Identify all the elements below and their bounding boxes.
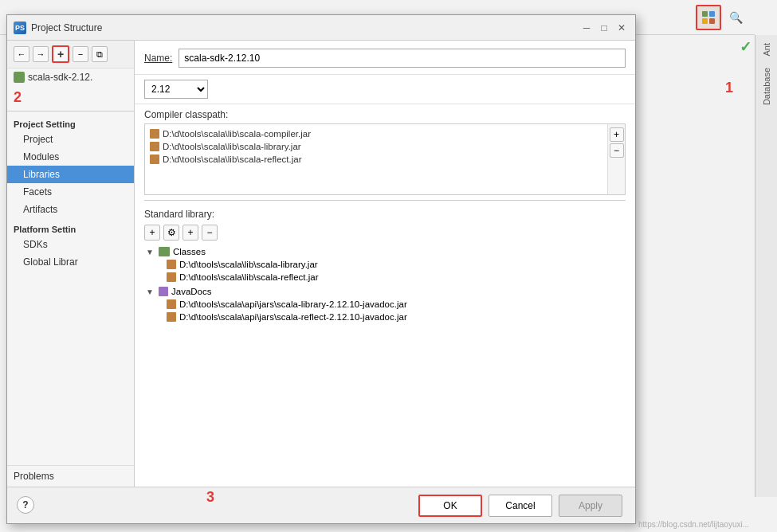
tree-toggle-javadocs[interactable]: ▼ [144,288,155,296]
classes-item-0-text: D:\d\tools\scala\lib\scala-library.jar [179,260,318,269]
maximize-button[interactable]: □ [597,21,611,35]
content-area: Name: 2.12 2.11 2.13 Compiler classpath:… [135,41,635,487]
search-toolbar-btn[interactable]: 🔍 [724,6,747,29]
jar-icon-cls-0 [167,260,176,269]
project-setting-section: Project Setting [7,113,134,131]
content-divider [144,200,626,201]
tree-area: ▼ Classes D:\d\tools\scala\lib\scala-lib… [135,242,635,487]
remove-sdk-button[interactable]: − [73,46,88,62]
sdk-item-name: scala-sdk-2.12. [28,72,92,83]
version-row: 2.12 2.11 2.13 [135,75,635,104]
dialog-title-text: Project Structure [31,22,102,33]
std-lib-label: Standard library: [135,205,635,223]
tree-toggle-classes[interactable]: ▼ [144,248,155,256]
jar-icon-jd-0 [167,299,176,309]
add-sdk-button[interactable]: + [52,45,69,63]
tree-classes-node[interactable]: ▼ Classes [144,245,626,258]
svg-rect-2 [702,18,708,24]
sidebar-top-toolbar: ← → + − ⧉ [7,41,134,68]
tree-javadoc-item-0[interactable]: D:\d\tools\scala\api\jars\scala-library-… [144,298,626,311]
classpath-text-2: D:\d\tools\scala\lib\scala-reflect.jar [163,155,301,164]
project-structure-dialog: PS Project Structure ─ □ ✕ ← → + − ⧉ sca… [6,14,636,524]
nav-forward-button[interactable]: → [33,46,49,62]
dialog-controls: ─ □ ✕ [579,21,629,35]
tree-javadoc-item-1[interactable]: D:\d\tools\scala\api\jars\scala-reflect-… [144,311,626,323]
classpath-text-1: D:\d\tools\scala\lib\scala-library.jar [163,142,301,151]
sidebar-problems[interactable]: Problems [7,465,134,487]
jar-icon-1 [150,142,159,151]
std-add2-button[interactable]: + [182,225,198,241]
name-label: Name: [144,53,172,64]
std-remove-button[interactable]: − [202,225,218,241]
sidebar-divider [7,111,134,111]
platform-setting-section: Platform Settin [7,218,134,236]
sidebar-item-global-libs[interactable]: Global Librar [7,253,134,271]
svg-rect-0 [702,11,708,17]
javadoc-item-0-text: D:\d\tools\scala\api\jars\scala-library-… [179,299,407,309]
sidebar-item-modules[interactable]: Modules [7,148,134,166]
dialog-footer: ? 3 OK Cancel Apply [7,487,635,523]
annotation-2-label: 2 [7,86,134,109]
tree-javadocs-node[interactable]: ▼ JavaDocs [144,285,626,298]
nav-back-button[interactable]: ← [14,46,29,62]
sidebar-item-facets[interactable]: Facets [7,183,134,201]
classes-item-1-text: D:\d\tools\scala\lib\scala-reflect.jar [179,272,318,282]
database-tab[interactable]: Database [759,63,775,110]
std-config-button[interactable]: ⚙ [163,225,179,241]
dialog-title-icon: PS [14,22,26,34]
version-select[interactable]: 2.12 2.11 2.13 [144,80,208,99]
name-row: Name: [135,41,635,75]
sdk-list-item[interactable]: scala-sdk-2.12. [7,68,134,86]
dialog-title-left: PS Project Structure [14,22,102,34]
javadoc-item-1-text: D:\d\tools\scala\api\jars\scala-reflect-… [179,312,407,322]
cancel-button[interactable]: Cancel [489,495,552,517]
sidebar-item-libraries[interactable]: Libraries [7,166,134,183]
copy-sdk-button[interactable]: ⧉ [92,46,108,62]
watermark: https://blog.csdn.net/lijtaoyuxi... [638,520,749,529]
svg-rect-1 [709,11,715,17]
jar-icon-0 [150,129,159,139]
project-structure-button[interactable] [696,5,721,30]
annotation-1-label: 1 [725,80,733,96]
classpath-item-0[interactable]: D:\d\tools\scala\lib\scala-compiler.jar [145,127,607,140]
jar-icon-2 [150,155,159,164]
classes-folder-icon [159,247,170,256]
sidebar-item-artifacts[interactable]: Artifacts [7,201,134,218]
classpath-sidebar-buttons: + − [607,124,625,194]
help-button[interactable]: ? [17,496,34,514]
classpath-item-2[interactable]: D:\d\tools\scala\lib\scala-reflect.jar [145,153,607,166]
tree-classes-item-0[interactable]: D:\d\tools\scala\lib\scala-library.jar [144,258,626,271]
jar-icon-cls-1 [167,272,176,282]
minimize-button[interactable]: ─ [579,21,594,35]
std-lib-toolbar: + ⚙ + − [135,223,635,242]
classpath-list: D:\d\tools\scala\lib\scala-compiler.jar … [145,124,607,194]
checkmark-icon: ✓ [740,38,751,56]
sidebar-item-project[interactable]: Project [7,131,134,148]
classpath-text-0: D:\d\tools\scala\lib\scala-compiler.jar [163,129,311,139]
ant-tab[interactable]: Ant [759,38,775,61]
annotation-3-label: 3 [206,489,214,506]
compiler-classpath-area: D:\d\tools\scala\lib\scala-compiler.jar … [144,123,626,195]
right-vertical-tabs: Ant Database [755,35,777,497]
classpath-item-1[interactable]: D:\d\tools\scala\lib\scala-library.jar [145,140,607,153]
name-input[interactable] [179,49,626,68]
classpath-add-button[interactable]: + [610,127,624,142]
classes-label: Classes [173,247,206,256]
javadoc-folder-icon [159,287,168,296]
classpath-remove-button[interactable]: − [610,143,624,158]
sdk-icon [14,72,25,83]
std-add-button[interactable]: + [144,225,160,241]
apply-button[interactable]: Apply [559,495,622,517]
javadocs-label: JavaDocs [171,287,212,296]
sidebar: ← → + − ⧉ scala-sdk-2.12. 2 Project Sett… [7,41,135,487]
svg-rect-3 [709,18,715,24]
compiler-classpath-label: Compiler classpath: [135,104,635,123]
dialog-titlebar: PS Project Structure ─ □ ✕ [7,15,635,41]
sidebar-item-sdks[interactable]: SDKs [7,236,134,253]
jar-icon-jd-1 [167,312,176,322]
ok-button[interactable]: OK [418,495,482,517]
tree-classes-item-1[interactable]: D:\d\tools\scala\lib\scala-reflect.jar [144,271,626,284]
dialog-body: ← → + − ⧉ scala-sdk-2.12. 2 Project Sett… [7,41,635,487]
close-button[interactable]: ✕ [614,21,629,35]
